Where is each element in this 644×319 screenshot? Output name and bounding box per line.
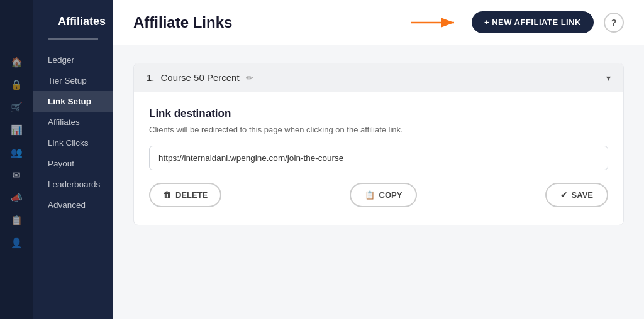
sidebar-nav-item[interactable]: Ledger bbox=[33, 50, 113, 70]
arrow-indicator bbox=[411, 15, 462, 30]
sidebar-icon[interactable]: 📊 bbox=[11, 124, 23, 136]
copy-button[interactable]: 📋 COPY bbox=[350, 183, 418, 207]
copy-label: COPY bbox=[379, 190, 402, 200]
save-button[interactable]: ✔ SAVE bbox=[545, 183, 608, 207]
main-content: Affiliate Links + NEW AFFILIATE LINK ? bbox=[113, 0, 644, 319]
arrow-icon bbox=[411, 15, 462, 30]
card-name: Course 50 Percent bbox=[161, 72, 240, 83]
copy-icon: 📋 bbox=[365, 190, 375, 200]
chevron-down-icon[interactable]: ▾ bbox=[606, 73, 611, 83]
sidebar-icon[interactable]: 🔒 bbox=[11, 79, 23, 90]
card-header-left: 1. Course 50 Percent ✏ bbox=[147, 72, 253, 83]
sidebar-nav-item[interactable]: Payout bbox=[33, 153, 113, 174]
sidebar-nav-item[interactable]: Tier Setup bbox=[33, 70, 113, 91]
delete-label: DELETE bbox=[175, 190, 208, 200]
sidebar-title: Affiliates bbox=[58, 15, 106, 28]
affiliate-link-card: 1. Course 50 Percent ✏ ▾ Link destinatio… bbox=[133, 63, 624, 225]
main-header: Affiliate Links + NEW AFFILIATE LINK ? bbox=[113, 0, 644, 45]
header-right: + NEW AFFILIATE LINK ? bbox=[411, 11, 624, 33]
help-button[interactable]: ? bbox=[604, 13, 624, 33]
sidebar-icon[interactable]: 🏠 bbox=[11, 57, 23, 68]
sidebar-icon[interactable]: 👤 bbox=[11, 237, 23, 249]
page-title: Affiliate Links bbox=[133, 14, 232, 31]
sidebar-nav: LedgerTier SetupLink SetupAffiliatesLink… bbox=[33, 40, 113, 319]
delete-button[interactable]: 🗑 DELETE bbox=[149, 183, 221, 207]
card-actions: 🗑 DELETE 📋 COPY ✔ SAVE bbox=[149, 183, 608, 207]
sidebar-icon[interactable]: ✉ bbox=[13, 170, 21, 181]
sidebar-icon[interactable]: 🛒 bbox=[11, 102, 23, 113]
sidebar: 🏠🔒🛒📊👥✉📣📋👤 Affiliates LedgerTier SetupLin… bbox=[0, 0, 113, 319]
sidebar-nav-item[interactable]: Link Setup bbox=[33, 91, 113, 112]
sidebar-icon[interactable]: 📣 bbox=[11, 192, 23, 203]
sidebar-icon[interactable]: 📋 bbox=[11, 215, 23, 226]
card-header: 1. Course 50 Percent ✏ ▾ bbox=[134, 63, 623, 92]
sidebar-header: Affiliates bbox=[48, 0, 98, 40]
content-area: 1. Course 50 Percent ✏ ▾ Link destinatio… bbox=[113, 45, 644, 243]
sidebar-icon[interactable]: 👥 bbox=[11, 147, 23, 158]
card-number: 1. bbox=[147, 72, 155, 83]
new-affiliate-button[interactable]: + NEW AFFILIATE LINK bbox=[472, 11, 594, 33]
url-input[interactable] bbox=[149, 146, 608, 170]
trash-icon: 🗑 bbox=[163, 190, 171, 200]
check-icon: ✔ bbox=[560, 190, 567, 200]
card-body: Link destination Clients will be redirec… bbox=[134, 92, 623, 225]
sidebar-nav-item[interactable]: Link Clicks bbox=[33, 132, 113, 153]
link-destination-title: Link destination bbox=[149, 107, 608, 120]
edit-icon[interactable]: ✏ bbox=[246, 73, 253, 83]
sidebar-nav-item[interactable]: Affiliates bbox=[33, 112, 113, 132]
save-label: SAVE bbox=[572, 190, 593, 200]
sidebar-nav-item[interactable]: Leaderboards bbox=[33, 174, 113, 195]
sidebar-nav-item[interactable]: Advanced bbox=[33, 195, 113, 215]
link-destination-description: Clients will be redirected to this page … bbox=[149, 125, 608, 134]
